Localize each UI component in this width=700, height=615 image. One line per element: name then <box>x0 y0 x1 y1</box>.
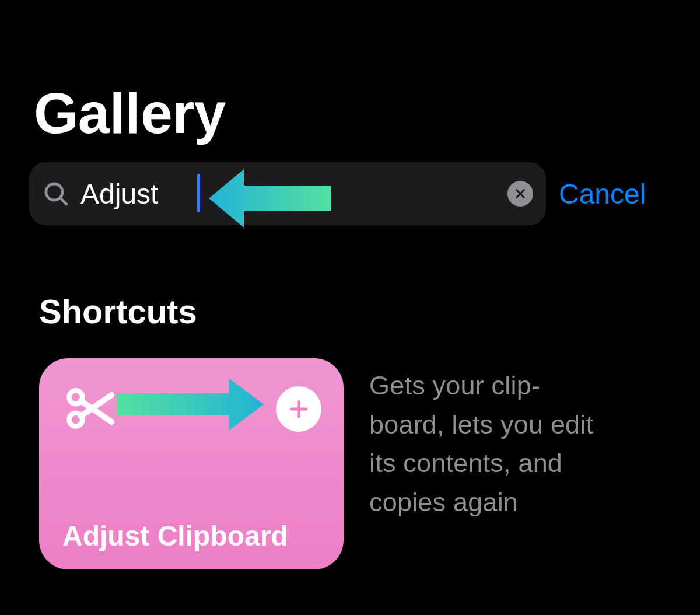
search-input[interactable] <box>70 178 508 210</box>
scissors-icon <box>62 382 116 435</box>
svg-line-1 <box>60 198 66 204</box>
search-field[interactable] <box>29 162 546 225</box>
section-heading-shortcuts: Shortcuts <box>39 292 197 331</box>
shortcut-description: Gets your clip‐board, lets you edit its … <box>369 358 614 522</box>
close-icon <box>514 187 527 200</box>
add-shortcut-button[interactable] <box>276 386 321 432</box>
search-icon <box>42 180 70 208</box>
page-title: Gallery <box>34 81 226 146</box>
plus-icon <box>288 398 310 420</box>
shortcut-card-title: Adjust Clipboard <box>62 520 288 552</box>
clear-search-button[interactable] <box>508 181 533 207</box>
cancel-button[interactable]: Cancel <box>559 178 646 210</box>
text-caret <box>197 174 200 212</box>
search-result-row: Adjust Clipboard Gets your clip‐board, l… <box>39 358 614 569</box>
search-row: Cancel <box>29 162 671 225</box>
shortcut-card[interactable]: Adjust Clipboard <box>39 358 344 569</box>
